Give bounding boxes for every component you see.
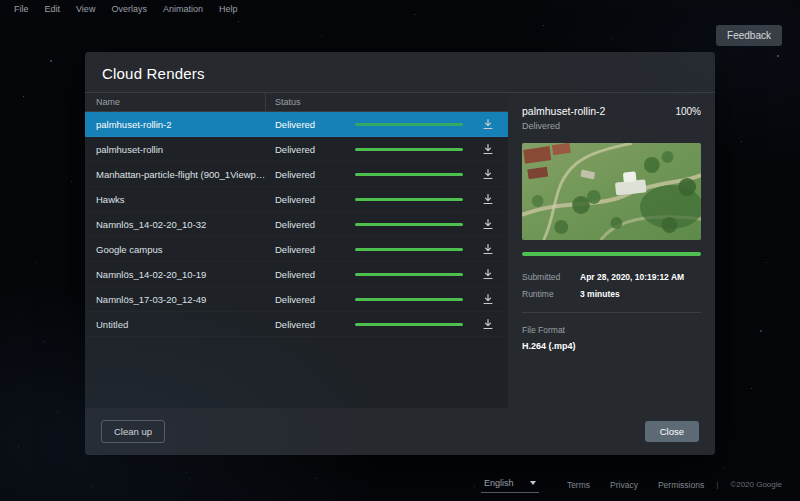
submitted-label: Submitted [522, 272, 580, 282]
footer-separator: | [716, 480, 718, 489]
clean-up-button[interactable]: Clean up [101, 420, 165, 443]
detail-percent: 100% [675, 106, 701, 117]
detail-status: Delivered [522, 121, 701, 131]
menu-item-animation[interactable]: Animation [163, 4, 203, 14]
render-status: Delivered [266, 169, 355, 180]
download-icon [482, 293, 494, 305]
render-name: Hawks [85, 194, 266, 205]
render-progress-bar [355, 123, 463, 126]
download-icon [482, 143, 494, 155]
aerial-park-image [522, 143, 701, 240]
runtime-label: Runtime [522, 289, 580, 299]
render-progress-track [355, 298, 463, 301]
permissions-link[interactable]: Permissions [658, 480, 704, 490]
download-icon [482, 118, 494, 130]
download-button[interactable] [482, 218, 494, 230]
table-row[interactable]: Google campus Delivered [85, 237, 508, 262]
detail-progress-bar [522, 252, 701, 256]
table-row[interactable]: Manhattan-particle-flight (900_1Viewport… [85, 162, 508, 187]
render-progress-track [355, 223, 463, 226]
dialog-content: Name Status palmhuset-rollin-2 Delivered… [85, 92, 715, 408]
render-name: Namnlös_14-02-20_10-19 [85, 269, 266, 280]
render-status: Delivered [266, 219, 355, 230]
render-status: Delivered [266, 144, 355, 155]
render-name: Namnlös_14-02-20_10-32 [85, 219, 266, 230]
render-progress-track [355, 323, 463, 326]
table-row[interactable]: palmhuset-rollin Delivered [85, 137, 508, 162]
download-button[interactable] [482, 293, 494, 305]
download-button[interactable] [482, 118, 494, 130]
download-icon [482, 193, 494, 205]
render-progress-bar [355, 198, 463, 201]
table-row[interactable]: Hawks Delivered [85, 187, 508, 212]
render-name: Google campus [85, 244, 266, 255]
column-header-name: Name [85, 93, 266, 111]
download-button[interactable] [482, 318, 494, 330]
menu-item-overlays[interactable]: Overlays [111, 4, 147, 14]
dialog-footer: Clean up Close [85, 408, 715, 455]
privacy-link[interactable]: Privacy [610, 480, 638, 490]
download-button[interactable] [482, 168, 494, 180]
download-button[interactable] [482, 268, 494, 280]
render-name: Manhattan-particle-flight (900_1Viewport… [85, 169, 266, 180]
details-divider [522, 312, 701, 313]
footer-links: TermsPrivacyPermissions [567, 480, 704, 490]
render-progress-bar [355, 298, 463, 301]
table-row[interactable]: Namnlös_14-02-20_10-19 Delivered [85, 262, 508, 287]
table-row[interactable]: Namnlös_17-03-20_12-49 Delivered [85, 287, 508, 312]
render-progress-bar [355, 323, 463, 326]
render-name: Namnlös_17-03-20_12-49 [85, 294, 266, 305]
render-name: palmhuset-rollin [85, 144, 266, 155]
language-selector[interactable]: English [481, 476, 539, 493]
table-header: Name Status [85, 93, 508, 112]
menu-bar: FileEditViewOverlaysAnimationHelp [0, 0, 800, 17]
download-button[interactable] [482, 243, 494, 255]
render-progress-track [355, 148, 463, 151]
renders-table: Name Status palmhuset-rollin-2 Delivered… [85, 93, 508, 408]
menu-item-help[interactable]: Help [219, 4, 238, 14]
render-progress-track [355, 123, 463, 126]
table-row[interactable]: Namnlös_14-02-20_10-32 Delivered [85, 212, 508, 237]
feedback-button[interactable]: Feedback [716, 25, 782, 46]
page-footer: English TermsPrivacyPermissions | ©2020 … [0, 476, 800, 493]
render-progress-bar [355, 148, 463, 151]
dialog-title: Cloud Renders [102, 65, 205, 82]
terms-link[interactable]: Terms [567, 480, 590, 490]
render-progress-track [355, 273, 463, 276]
close-button[interactable]: Close [645, 421, 699, 442]
render-status: Delivered [266, 319, 355, 330]
language-label: English [484, 478, 514, 488]
render-name: Untitled [85, 319, 266, 330]
render-progress-bar [355, 173, 463, 176]
menu-item-edit[interactable]: Edit [45, 4, 61, 14]
chevron-down-icon [530, 481, 536, 485]
download-icon [482, 243, 494, 255]
render-table-body: palmhuset-rollin-2 Delivered palmhuset-r… [85, 112, 508, 408]
render-progress-track [355, 248, 463, 251]
download-button[interactable] [482, 193, 494, 205]
render-status: Delivered [266, 294, 355, 305]
cloud-renders-dialog: Cloud Renders Name Status palmhuset-roll… [85, 52, 715, 455]
submitted-value: Apr 28, 2020, 10:19:12 AM [580, 272, 701, 282]
render-progress-track [355, 173, 463, 176]
table-row[interactable]: Untitled Delivered [85, 312, 508, 337]
detail-render-name: palmhuset-rollin-2 [522, 105, 605, 117]
render-progress-track [355, 198, 463, 201]
render-progress-bar [355, 223, 463, 226]
download-button[interactable] [482, 143, 494, 155]
render-name: palmhuset-rollin-2 [85, 119, 266, 130]
column-header-status: Status [266, 97, 301, 107]
render-status: Delivered [266, 194, 355, 205]
menu-item-view[interactable]: View [76, 4, 95, 14]
render-status: Delivered [266, 269, 355, 280]
download-icon [482, 268, 494, 280]
file-format-value: H.264 (.mp4) [522, 341, 701, 351]
download-icon [482, 218, 494, 230]
menu-item-file[interactable]: File [14, 4, 29, 14]
render-thumbnail [522, 143, 701, 240]
table-row[interactable]: palmhuset-rollin-2 Delivered [85, 112, 508, 137]
render-progress-bar [355, 273, 463, 276]
download-icon [482, 168, 494, 180]
render-progress-bar [355, 248, 463, 251]
file-format-label: File Format [522, 325, 701, 335]
